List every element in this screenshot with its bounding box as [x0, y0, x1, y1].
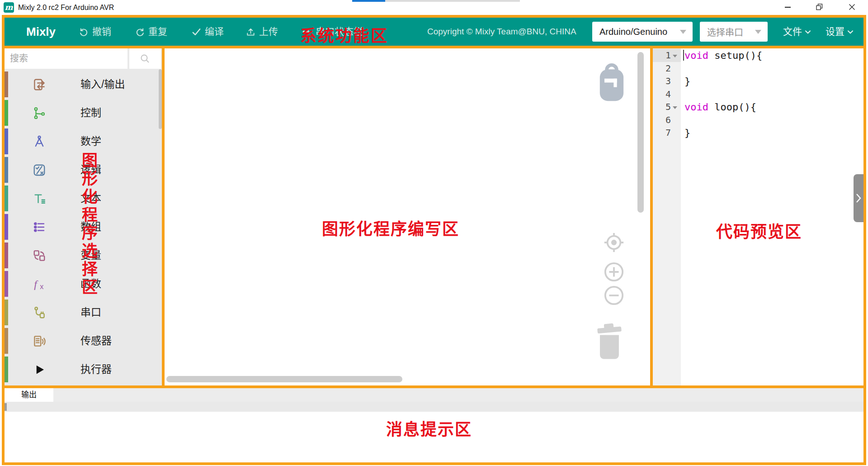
backpack-icon[interactable] [596, 60, 627, 105]
category-item[interactable]: fx函数 [5, 270, 162, 298]
output-scroll-handle[interactable] [5, 403, 7, 411]
port-select-dropdown[interactable]: 选择串口 [700, 22, 768, 42]
category-label: 传感器 [80, 327, 112, 355]
gutter-line: 5 [653, 100, 681, 114]
block-workspace-zone[interactable] [162, 46, 653, 388]
sidebar-scrollbar[interactable] [159, 69, 162, 129]
line-number: 7 [653, 126, 671, 139]
board-select-dropdown[interactable]: Arduino/Genuino [592, 22, 693, 42]
category-item[interactable]: 文本 [5, 184, 162, 213]
file-menu[interactable]: 文件 [783, 18, 811, 46]
canvas-vertical-scrollbar[interactable] [637, 52, 644, 213]
code-token-plain: setup(){ [708, 50, 762, 61]
search-input[interactable] [5, 48, 127, 69]
category-item[interactable]: 传感器 [5, 327, 162, 355]
minimize-icon [785, 7, 791, 8]
category-label: 数学 [80, 127, 101, 156]
line-number: 5 [653, 100, 671, 114]
close-button[interactable] [842, 0, 862, 14]
code-token-keyword: void [684, 50, 708, 61]
category-color-bar [5, 71, 8, 97]
gutter-line: 1 [653, 49, 681, 62]
toolbar-button-label: 串口状态栏 [316, 18, 363, 46]
category-label: 逻辑 [80, 156, 101, 184]
output-tab[interactable]: 输出 [5, 388, 53, 402]
category-item[interactable]: 数组 [5, 213, 162, 241]
gutter-line: 6 [653, 114, 681, 127]
zoom-in-icon[interactable] [604, 262, 624, 284]
message-output-zone: 输出 [2, 385, 866, 465]
sensor-icon [33, 334, 46, 348]
mixly-menu-button[interactable]: Mixly [26, 18, 56, 46]
category-item[interactable]: 串口 [5, 298, 162, 327]
toolbar-button-label: 重复 [148, 18, 167, 46]
toolbar-button-redo[interactable]: 重复 [135, 18, 167, 46]
logic-icon [33, 163, 46, 177]
top-progress-strip [352, 0, 385, 2]
upload-icon [245, 27, 256, 37]
canvas-horizontal-scrollbar[interactable] [166, 376, 402, 382]
category-item[interactable]: 执行器 [5, 355, 162, 384]
category-color-bar [5, 328, 8, 354]
line-number: 2 [653, 62, 671, 75]
line-number: 6 [653, 114, 671, 127]
gutter-line: 3 [653, 75, 681, 88]
expand-panel-button[interactable] [854, 174, 863, 222]
restore-icon [816, 4, 823, 10]
zoom-reset-icon[interactable] [604, 232, 624, 255]
category-color-bar [5, 243, 8, 268]
output-console-strip [5, 402, 863, 412]
serial-status-icon [302, 27, 312, 37]
gutter-line: 7 [653, 126, 681, 139]
settings-menu[interactable]: 设置 [826, 18, 854, 46]
toolbar-button-undo[interactable]: 撤销 [79, 18, 111, 46]
category-label: 执行器 [80, 355, 112, 384]
toolbar-button-upload[interactable]: 上传 [245, 18, 278, 46]
undo-icon [79, 27, 89, 37]
gutter-line: 2 [653, 62, 681, 75]
title-bar: m Mixly 2.0 rc2 For Arduino AVR [0, 0, 868, 15]
category-item[interactable]: 控制 [5, 99, 162, 127]
trash-icon[interactable] [594, 320, 625, 363]
actuator-icon [33, 363, 46, 376]
block-category-zone: 输入/输出控制数学逻辑文本数组变量fx函数串口传感器执行器 [2, 46, 165, 388]
math-icon [33, 135, 46, 148]
code-line: } [684, 126, 690, 139]
gutter-line: 4 [653, 88, 681, 101]
category-item[interactable]: 逻辑 [5, 156, 162, 184]
text-cursor [683, 50, 684, 61]
minimize-button[interactable] [778, 0, 798, 14]
function-icon: fx [33, 277, 46, 291]
chevron-down-icon [805, 30, 811, 34]
chevron-right-icon [854, 192, 863, 204]
close-icon [849, 4, 855, 10]
line-number: 3 [653, 75, 671, 88]
category-color-bar [5, 128, 8, 154]
category-label: 控制 [80, 99, 101, 127]
toolbar-button-serial-status[interactable]: 串口状态栏 [302, 18, 363, 46]
fold-arrow-icon[interactable] [673, 55, 677, 57]
category-label: 输入/输出 [80, 70, 125, 99]
fold-arrow-icon[interactable] [673, 106, 677, 109]
restore-button[interactable] [809, 0, 830, 14]
io-icon [33, 78, 46, 91]
chevron-down-icon [755, 30, 761, 34]
text-icon [33, 192, 46, 205]
category-item[interactable]: 变量 [5, 241, 162, 270]
variable-icon [33, 249, 46, 262]
category-item[interactable]: 数学 [5, 127, 162, 156]
category-item[interactable]: 输入/输出 [5, 70, 162, 99]
category-color-bar [5, 100, 8, 126]
toolbar-button-compile[interactable]: 编译 [191, 18, 224, 46]
category-color-bar [5, 157, 8, 183]
search-button[interactable] [129, 48, 161, 69]
toolbar-button-label: 编译 [205, 18, 224, 46]
toolbar-zone: Mixly 撤销重复编译上传串口状态栏 Copyright © Mixly Te… [2, 15, 866, 48]
redo-icon [135, 27, 145, 37]
svg-text:x: x [40, 282, 43, 290]
mixly-logo-icon: m [4, 2, 14, 13]
toolbar-button-label: 上传 [259, 18, 278, 46]
zoom-out-icon[interactable] [604, 285, 624, 308]
code-token-plain: } [684, 127, 690, 138]
chevron-down-icon [680, 30, 686, 34]
